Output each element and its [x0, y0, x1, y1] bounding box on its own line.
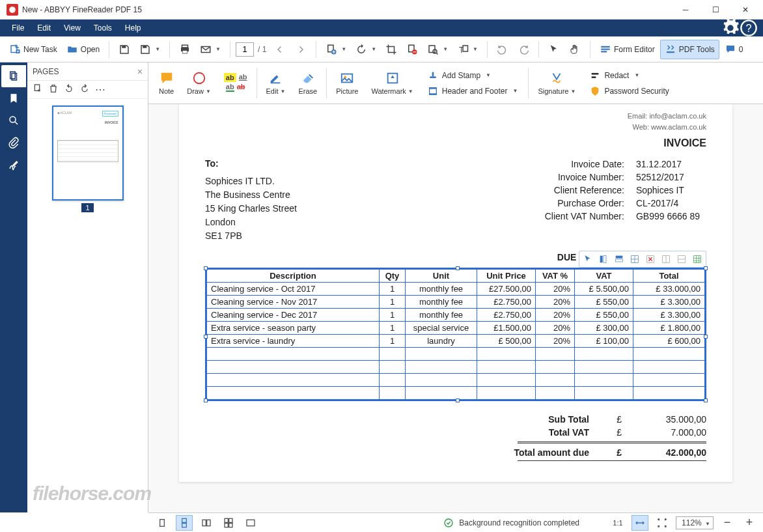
zoom-in-button[interactable]: + [741, 515, 758, 531]
add-stamp-button[interactable]: Add Stamp▼ [424, 68, 522, 83]
two-page-view-icon[interactable] [198, 515, 215, 531]
document-page[interactable]: Email: info@aclam.co.uk Web: www.aclam.c… [179, 104, 732, 482]
minimize-button[interactable]: ─ [671, 0, 701, 20]
rotate-left-icon[interactable] [64, 83, 74, 96]
pointer-tool-button[interactable] [544, 40, 564, 59]
addr-2: 15 King Charles Street [205, 202, 297, 216]
select-cell-icon[interactable] [581, 253, 595, 266]
continuous-view-icon[interactable] [176, 515, 193, 531]
next-page-button[interactable] [291, 40, 311, 59]
password-security-button[interactable]: Password Security [586, 84, 673, 98]
fit-width-button[interactable] [631, 515, 648, 531]
save-button[interactable] [115, 40, 134, 59]
svg-rect-9 [182, 50, 187, 53]
crop-button[interactable] [382, 40, 401, 59]
strikethrough-icon[interactable]: ab [237, 83, 245, 92]
undo-button[interactable] [493, 40, 512, 59]
close-button[interactable]: ✕ [730, 0, 760, 20]
delete-page-button[interactable] [402, 40, 422, 59]
maximize-button[interactable]: ☐ [701, 0, 730, 20]
zoom-out-button[interactable]: − [719, 515, 736, 531]
table-recognize-icon[interactable] [690, 253, 704, 266]
table-edit-toolbar [579, 251, 706, 268]
add-page-icon[interactable] [33, 83, 43, 96]
redact-button[interactable]: Redact▼ [586, 68, 673, 83]
form-editor-button[interactable]: Form Editor [596, 40, 659, 59]
signature-tool[interactable]: Signature▼ [533, 65, 581, 101]
help-question-icon[interactable]: ? [740, 20, 758, 36]
split-row-icon[interactable] [674, 253, 689, 266]
delete-page-icon[interactable] [48, 83, 59, 96]
sidebar-signatures-icon[interactable] [1, 154, 26, 176]
redo-button[interactable] [514, 40, 533, 59]
prev-page-button[interactable] [270, 40, 290, 59]
open-button[interactable]: Open [62, 40, 104, 59]
text-highlight-tools[interactable]: ab ab ab ab [219, 65, 253, 101]
zoom-input[interactable]: 112% ▼ [676, 516, 714, 529]
menu-help[interactable]: Help [118, 21, 148, 35]
add-row-icon[interactable] [612, 253, 626, 266]
two-continuous-view-icon[interactable] [220, 515, 237, 531]
fullscreen-view-icon[interactable] [242, 515, 259, 531]
svg-rect-52 [229, 518, 232, 522]
merge-cells-icon[interactable] [628, 253, 642, 266]
addr-4: SE1 7PB [205, 229, 297, 243]
comments-button[interactable]: 0 [721, 40, 747, 59]
menu-file[interactable]: File [5, 21, 31, 35]
page-number-input[interactable] [236, 42, 254, 57]
more-icon[interactable]: ⋯ [95, 83, 105, 96]
recognized-table-region[interactable]: DescriptionQtyUnitUnit PriceVAT %VATTota… [205, 268, 706, 401]
single-page-view-icon[interactable] [154, 515, 171, 531]
edit-tool[interactable]: Edit▼ [261, 65, 291, 101]
window-title: New - ABBYY FineReader PDF 15 [22, 5, 671, 14]
actual-size-button[interactable]: 1:1 [609, 515, 626, 531]
svg-rect-21 [601, 51, 607, 52]
menu-tools[interactable]: Tools [87, 21, 118, 35]
sidebar-attachments-icon[interactable] [1, 132, 26, 154]
print-button[interactable] [175, 40, 195, 59]
sidebar-bookmarks-icon[interactable] [1, 87, 26, 109]
sidebar-search-icon[interactable] [1, 109, 26, 132]
rotate-button[interactable]: ▼ [352, 40, 380, 59]
svg-rect-37 [600, 256, 603, 263]
svg-rect-20 [601, 48, 610, 49]
hand-tool-button[interactable] [565, 40, 585, 59]
copy-text-button[interactable]: T▼ [453, 40, 482, 59]
new-task-button[interactable]: New Task [5, 40, 61, 59]
addr-1: The Business Centre [205, 188, 297, 202]
header-footer-button[interactable]: Header and Footer▼ [424, 84, 522, 98]
menu-view[interactable]: View [57, 21, 87, 35]
note-tool[interactable]: Note [154, 65, 179, 101]
addr-0: Sophices IT LTD. [205, 175, 297, 188]
page-thumbnail[interactable]: ◆ ACLAMProcessed INVOICE [52, 105, 124, 201]
pdf-tools-button[interactable]: PDF Tools [660, 40, 719, 59]
highlight-icon[interactable]: ab [224, 73, 236, 82]
invoice-meta-table: Invoice Date:31.12.2017Invoice Number:52… [538, 157, 706, 223]
underline-icon[interactable]: ab [239, 73, 247, 82]
picture-tool[interactable]: Picture [331, 65, 363, 101]
svg-rect-6 [143, 46, 146, 48]
rotate-right-icon[interactable] [79, 83, 90, 96]
save-as-button[interactable]: ▼ [135, 40, 164, 59]
menu-edit[interactable]: Edit [31, 21, 57, 35]
email-button[interactable]: ▼ [196, 40, 225, 59]
draw-tool[interactable]: Draw▼ [182, 65, 216, 101]
recognize-button[interactable]: ▼ [423, 40, 452, 59]
sidebar-pages-icon[interactable] [1, 65, 26, 87]
svg-rect-5 [122, 46, 126, 48]
fit-page-button[interactable] [654, 515, 671, 531]
watermark-tool[interactable]: Watermark▼ [366, 65, 418, 101]
underline-green-icon[interactable]: ab [226, 83, 234, 92]
settings-gear-icon[interactable] [721, 20, 740, 36]
svg-rect-33 [429, 87, 436, 89]
svg-rect-47 [182, 518, 187, 522]
delete-col-icon[interactable] [643, 253, 658, 266]
split-cell-icon[interactable] [659, 253, 673, 266]
svg-rect-40 [616, 259, 623, 262]
totalvat-label: Total VAT [485, 427, 589, 438]
add-page-button[interactable]: ▼ [322, 40, 350, 59]
erase-tool[interactable]: Erase [293, 65, 322, 101]
close-panel-icon[interactable]: × [137, 66, 143, 77]
page-total-label: / 1 [258, 45, 266, 54]
add-col-icon[interactable] [596, 253, 611, 266]
